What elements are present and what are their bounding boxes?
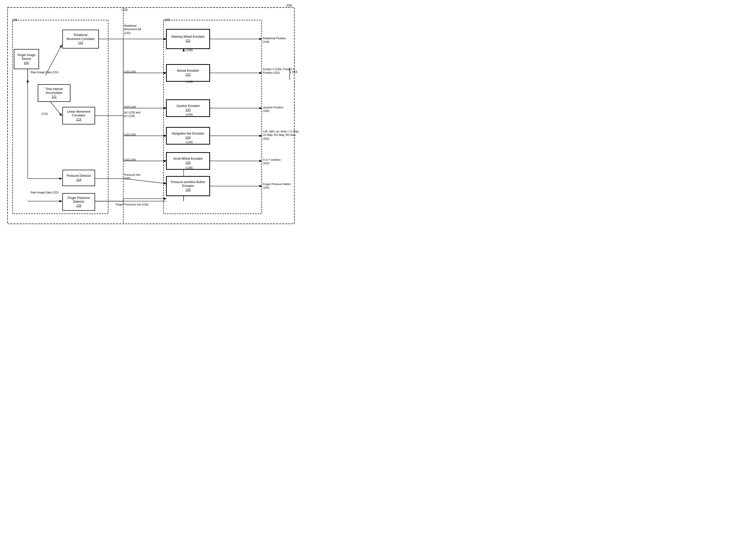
signal-136b: ↑(136) xyxy=(185,80,193,83)
label-110: 110- xyxy=(12,18,18,22)
linear-correlator-label: Linear MovementCorrelator xyxy=(67,110,91,118)
mouse-emulator-box: Mouse Emulator 122 xyxy=(166,64,210,82)
rotational-position-label: Rotational Position(140) xyxy=(263,36,286,44)
joystick-emulator-number: 123 xyxy=(185,108,190,112)
pressure-info-label: Pressure Info(135) xyxy=(124,173,140,180)
signal-131-label: (131) xyxy=(41,112,48,115)
label-120: ~120 xyxy=(163,18,170,22)
arrows-svg xyxy=(0,0,302,231)
mouse-emulator-label: Mouse Emulator xyxy=(177,69,199,73)
navigation-bar-label: Navigation Bar Emulator xyxy=(171,132,204,136)
signal-133-134d: (133,134) xyxy=(124,158,136,161)
rotational-correlator-box: RotationalMovement Correlator 112 xyxy=(62,30,99,49)
finger-presence-label: Finger PresenceDetector xyxy=(68,196,90,204)
diagram: 100 ~104 110- ~120 Finger ImageSensor 10… xyxy=(0,0,302,231)
rotational-correlator-label: RotationalMovement Correlator xyxy=(66,33,95,41)
time-interval-label: Time IntervalAccumulator xyxy=(46,87,63,95)
time-interval-number: 111 xyxy=(52,95,57,99)
finger-image-sensor-number: 101 xyxy=(24,61,29,65)
signal-133-134a: (133,134) xyxy=(124,70,136,73)
mouse-emulator-number: 122 xyxy=(185,73,190,77)
signal-133-134b: (133,134) xyxy=(124,105,136,109)
finger-presence-number: 115 xyxy=(76,204,81,208)
label-104: ~104 xyxy=(121,8,127,12)
pressure-button-label: Pressure-sensitive ButtonEmulator xyxy=(171,180,205,188)
time-interval-box: Time IntervalAccumulator 111 xyxy=(38,84,70,102)
xy-position-label: X or Y position(163) xyxy=(263,158,281,165)
rotational-correlator-number: 112 xyxy=(78,41,83,45)
delta-xy-label: ΔX (133) andΔY (134) xyxy=(124,111,140,118)
joystick-position-label: Joystick Position(160) xyxy=(263,106,283,113)
signal-136a: ↑(136) xyxy=(185,48,193,52)
pressure-button-number: 126 xyxy=(185,188,190,192)
joystick-emulator-label: Joystick Emulator xyxy=(176,104,200,108)
nav-directions-label: Left, right, up, down, LU diag,LD diag, … xyxy=(263,130,299,140)
pressure-detector-label: Pressure Detector xyxy=(67,174,91,178)
signal-136e: ↑(136) xyxy=(185,166,193,169)
brace-svg xyxy=(289,67,294,80)
signal-133-134c: (133,134) xyxy=(124,133,136,136)
linear-correlator-box: Linear MovementCorrelator 113 xyxy=(62,107,95,124)
finger-pressure-label: Finger Pressure Metric(165) xyxy=(263,182,291,190)
pressure-detector-number: 114 xyxy=(76,178,81,182)
finger-image-sensor-label: Finger ImageSensor xyxy=(18,53,35,61)
steering-wheel-number: 121 xyxy=(185,39,190,43)
steering-wheel-label: Steering Wheel Emulator xyxy=(171,35,205,39)
scroll-wheel-number: 125 xyxy=(185,161,190,165)
finger-presence-box: Finger PresenceDetector 115 xyxy=(62,193,95,211)
signal-136d: ↑(136) xyxy=(185,140,193,144)
scroll-wheel-label: Scroll Wheel Emulator xyxy=(173,157,203,161)
linear-correlator-number: 113 xyxy=(76,118,81,122)
pressure-detector-box: Pressure Detector 114 xyxy=(62,170,95,186)
finger-presence-info-label: Finger Presence info (136) xyxy=(116,203,148,206)
navigation-bar-number: 124 xyxy=(185,136,190,140)
raw-image-131a-label: Raw Image Data (131) xyxy=(31,70,59,74)
finger-image-sensor-box: Finger ImageSensor 101 xyxy=(14,49,39,69)
pressure-button-box: Pressure-sensitive ButtonEmulator 126 xyxy=(166,176,210,196)
signal-132-label: RotationalMovement Δθ(132) xyxy=(124,24,141,35)
raw-image-131b-label: Raw Image Data (131) xyxy=(31,191,59,194)
steering-wheel-box: Steering Wheel Emulator 121 xyxy=(166,29,210,49)
label-100: 100 xyxy=(286,4,292,8)
signal-136c: ↑(136) xyxy=(185,113,193,116)
